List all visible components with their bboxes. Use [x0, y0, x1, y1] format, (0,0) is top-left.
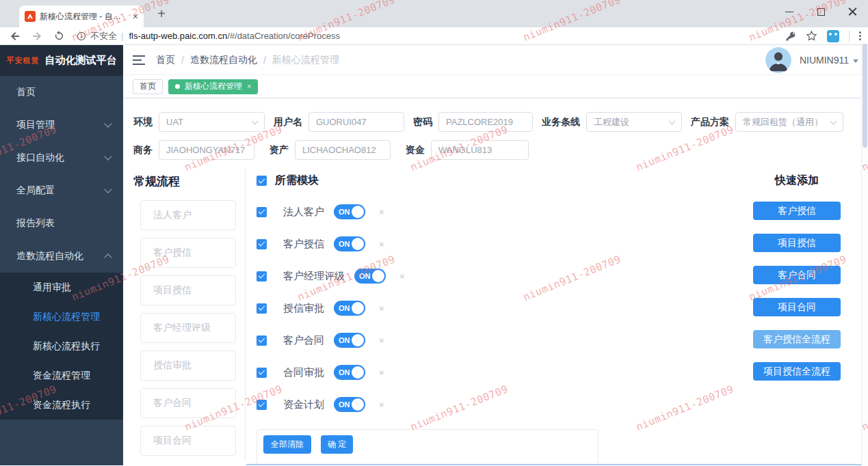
browser-tab[interactable]: 新核心流程管理 - 自动化测试平台 × — [19, 5, 144, 27]
clear-all-button[interactable]: 全部清除 — [263, 435, 311, 454]
quick-add-project-contract-button[interactable]: 项目合同 — [753, 298, 841, 316]
module-checkbox[interactable] — [257, 207, 267, 217]
module-checkbox[interactable] — [257, 335, 267, 346]
sidebar-item-home[interactable]: 首页 — [0, 76, 123, 109]
asset-input[interactable] — [295, 140, 391, 160]
sidebar-item-project-management[interactable]: 项目管理 — [0, 109, 123, 141]
process-card[interactable]: 项目合同 — [140, 426, 236, 456]
module-checkbox[interactable] — [257, 368, 267, 378]
maximize-icon — [817, 8, 825, 16]
tag-close-icon[interactable]: × — [247, 83, 251, 90]
sidebar-item-report-list[interactable]: 报告列表 — [0, 207, 123, 240]
process-card[interactable]: 客户经理评级 — [140, 313, 236, 343]
forward-button[interactable] — [29, 29, 45, 44]
sidebar-item-global-config[interactable]: 全局配置 — [0, 174, 123, 207]
fund-label: 资金 — [406, 144, 425, 156]
tag-core-process-management[interactable]: 新核心流程管理 × — [168, 79, 258, 94]
page-tag-bar: 首页 新核心流程管理 × — [123, 75, 868, 98]
security-label: 不安全 — [90, 30, 117, 42]
module-row: 客户经理评级 ON × — [257, 269, 753, 284]
module-toggle[interactable]: ON — [334, 365, 365, 380]
module-row: 客户合同 ON × — [257, 333, 753, 348]
submenu-item-general-approval[interactable]: 通用审批 — [0, 273, 123, 302]
module-toggle[interactable]: ON — [334, 333, 365, 348]
module-remove-icon[interactable]: × — [379, 368, 384, 378]
sidebar-item-api-automation[interactable]: 接口自动化 — [0, 141, 123, 174]
module-toggle[interactable]: ON — [334, 204, 365, 219]
module-remove-icon[interactable]: × — [399, 271, 405, 282]
submenu-item-core-process-execution[interactable]: 新核心流程执行 — [0, 331, 123, 361]
username-input[interactable] — [308, 112, 404, 132]
process-card[interactable]: 法人客户 — [140, 200, 236, 230]
quick-add-customer-contract-button[interactable]: 客户合同 — [753, 266, 841, 284]
page-scrollbar-thumb[interactable] — [863, 44, 867, 148]
process-card[interactable]: 授信审批 — [140, 351, 236, 381]
info-icon — [77, 31, 86, 41]
window-controls — [774, 0, 868, 23]
refresh-button[interactable] — [51, 29, 67, 44]
module-checkbox[interactable] — [257, 239, 267, 249]
business-line-select[interactable]: 工程建设 — [586, 112, 682, 132]
key-icon[interactable] — [785, 31, 796, 42]
breadcrumb-home[interactable]: 首页 — [156, 54, 175, 66]
extension-icon[interactable] — [827, 30, 839, 42]
username-field-label: 用户名 — [274, 116, 302, 128]
submenu-item-core-process-management[interactable]: 新核心流程管理 — [0, 302, 123, 331]
confirm-button[interactable]: 确 定 — [321, 435, 353, 454]
module-toggle[interactable]: ON — [354, 269, 386, 284]
caret-down-icon — [853, 59, 858, 63]
module-toggle[interactable]: ON — [334, 397, 365, 412]
breadcrumb-section[interactable]: 造数流程自动化 — [190, 54, 257, 66]
back-button[interactable] — [7, 29, 23, 44]
product-plan-select[interactable]: 常规回租赁（通用） — [735, 112, 843, 132]
quick-add-customer-credit-button[interactable]: 客户授信 — [753, 202, 841, 220]
module-remove-icon[interactable]: × — [379, 400, 384, 410]
process-card[interactable]: 项目授信 — [140, 275, 236, 305]
collapse-menu-icon[interactable] — [133, 55, 145, 65]
window-bottom-edge — [246, 464, 868, 465]
required-modules-title: 所需模块 — [275, 174, 319, 188]
password-input[interactable] — [438, 112, 533, 132]
minimize-button[interactable] — [774, 0, 805, 23]
columns-section: 常规流程 法人客户 客户授信 项目授信 客户经理评级 授信审批 客户合同 项目合… — [133, 174, 868, 461]
close-button[interactable] — [837, 0, 868, 23]
process-card[interactable]: 客户授信 — [140, 238, 236, 268]
page-content: 环境 UAT 用户名 密码 业务条 — [123, 98, 868, 465]
tab-close-icon[interactable]: × — [133, 12, 138, 21]
module-remove-icon[interactable]: × — [379, 207, 384, 217]
quick-add-project-credit-button[interactable]: 项目授信 — [753, 234, 841, 252]
module-checkbox[interactable] — [257, 271, 267, 282]
quick-add-project-credit-full-flow-button[interactable]: 项目授信全流程 — [753, 362, 841, 381]
sidebar-item-data-process-automation[interactable]: 造数流程自动化 — [0, 240, 123, 273]
commerce-input[interactable] — [159, 140, 254, 160]
user-menu[interactable]: NIUMIN911 — [765, 47, 858, 73]
module-remove-icon[interactable]: × — [379, 303, 384, 314]
bookmark-star-icon[interactable] — [806, 30, 817, 42]
module-remove-icon[interactable]: × — [379, 239, 384, 249]
module-toggle[interactable]: ON — [334, 236, 365, 251]
tag-home[interactable]: 首页 — [133, 79, 163, 94]
page-header: 首页 / 造数流程自动化 / 新核心流程管理 N — [123, 45, 868, 75]
browser-menu-icon[interactable] — [859, 30, 861, 41]
fund-input[interactable] — [431, 140, 529, 160]
browser-window: 新核心流程管理 - 自动化测试平台 × + 不安全 | fls-autp-web… — [0, 0, 868, 466]
select-all-checkbox[interactable] — [257, 176, 267, 186]
active-dot-icon — [175, 84, 180, 89]
regular-process-title: 常规流程 — [133, 174, 245, 189]
module-checkbox[interactable] — [257, 400, 267, 410]
module-row: 资金计划 ON × — [257, 397, 753, 412]
maximize-button[interactable] — [805, 0, 837, 23]
url-separator: | — [121, 31, 123, 41]
module-checkbox[interactable] — [257, 303, 267, 314]
forward-arrow-icon — [31, 31, 42, 42]
quick-add-customer-credit-full-flow-button[interactable]: 客户授信全流程 — [753, 330, 841, 348]
address-bar[interactable]: 不安全 | fls-autp-web.paic.com.cn/#/dataCre… — [73, 29, 776, 44]
env-select[interactable]: UAT — [159, 112, 265, 132]
process-card[interactable]: 客户合同 — [140, 388, 236, 418]
submenu-item-fund-process-execution[interactable]: 资金流程执行 — [0, 390, 123, 420]
new-tab-button[interactable]: + — [152, 4, 171, 23]
module-remove-icon[interactable]: × — [379, 335, 384, 346]
chevron-down-icon — [104, 152, 111, 160]
module-toggle[interactable]: ON — [334, 301, 365, 316]
submenu-item-fund-process-management[interactable]: 资金流程管理 — [0, 361, 123, 390]
